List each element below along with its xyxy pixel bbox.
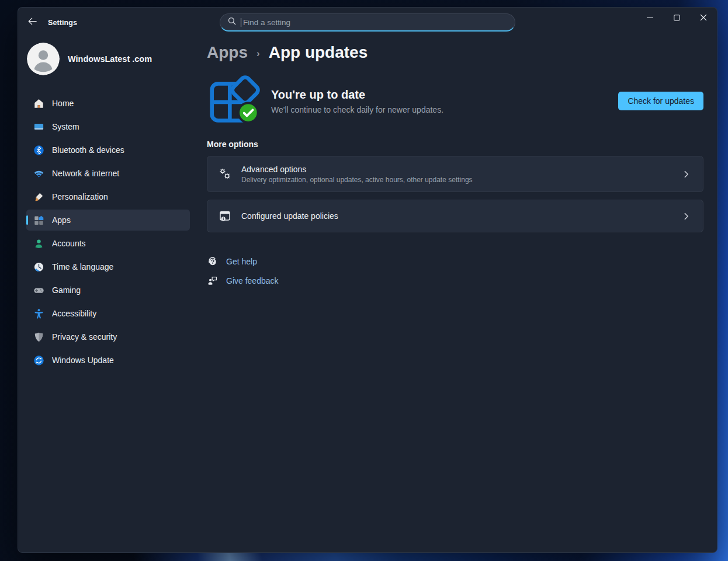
update-status-text: You're up to date We'll continue to chec… bbox=[271, 88, 443, 114]
apps-icon bbox=[33, 215, 44, 226]
sidebar-item-network-internet[interactable]: Network & internet bbox=[26, 163, 190, 184]
personalization-brush-icon bbox=[33, 191, 44, 203]
sidebar-item-bluetooth-devices[interactable]: Bluetooth & devices bbox=[26, 140, 190, 161]
page-title: App updates bbox=[269, 43, 368, 62]
get-help-link[interactable]: Get help bbox=[206, 255, 279, 267]
system-icon bbox=[33, 121, 44, 133]
network-wifi-icon bbox=[33, 168, 44, 179]
settings-cards: Advanced options Delivery optimization, … bbox=[207, 156, 703, 240]
sidebar-item-label: Time & language bbox=[52, 262, 113, 271]
account-header: WindowsLatest .com bbox=[27, 43, 152, 75]
policy-window-icon bbox=[218, 209, 232, 223]
sidebar-item-label: Privacy & security bbox=[52, 332, 117, 342]
search-placeholder: Find a setting bbox=[243, 18, 290, 27]
selected-indicator bbox=[26, 215, 28, 225]
gears-icon bbox=[218, 167, 232, 181]
chevron-right-icon bbox=[682, 212, 690, 220]
footer-links: Get help Give feedback bbox=[206, 255, 279, 294]
sidebar-item-home[interactable]: Home bbox=[26, 93, 190, 114]
sidebar-item-personalization[interactable]: Personalization bbox=[26, 186, 190, 207]
sidebar-item-windows-update[interactable]: Windows Update bbox=[26, 350, 190, 371]
sidebar-item-apps[interactable]: Apps bbox=[26, 210, 190, 231]
chevron-right-icon bbox=[682, 170, 690, 178]
sidebar-item-label: System bbox=[52, 122, 79, 131]
text-caret bbox=[241, 18, 241, 27]
sidebar-item-time-language[interactable]: Time & language bbox=[26, 256, 190, 277]
card-title: Advanced options bbox=[241, 165, 473, 174]
bluetooth-icon bbox=[33, 145, 44, 156]
sidebar-nav: Home System Bluetooth & devices Network … bbox=[26, 93, 190, 373]
card-text: Advanced options Delivery optimization, … bbox=[241, 165, 473, 184]
feedback-person-icon bbox=[206, 274, 219, 287]
card-title: Configured update policies bbox=[241, 211, 338, 221]
breadcrumb: Apps › App updates bbox=[207, 43, 368, 62]
maximize-button[interactable] bbox=[663, 8, 690, 28]
search-icon bbox=[227, 16, 237, 28]
help-headset-icon bbox=[206, 255, 219, 267]
check-for-updates-button[interactable]: Check for updates bbox=[618, 92, 703, 110]
close-button[interactable] bbox=[690, 8, 717, 28]
app-title: Settings bbox=[48, 8, 77, 38]
maximize-icon bbox=[674, 13, 680, 23]
sidebar-item-label: Home bbox=[52, 99, 74, 108]
windows-update-icon bbox=[33, 355, 44, 366]
sidebar-item-label: Accessibility bbox=[52, 309, 96, 318]
sidebar-item-label: Apps bbox=[52, 215, 71, 225]
window-controls bbox=[636, 8, 717, 28]
sidebar-item-gaming[interactable]: Gaming bbox=[26, 280, 190, 301]
sidebar-item-privacy-security[interactable]: Privacy & security bbox=[26, 326, 190, 347]
accounts-person-icon bbox=[33, 238, 44, 249]
avatar bbox=[27, 43, 60, 75]
account-name: WindowsLatest .com bbox=[68, 54, 152, 64]
settings-window: Settings Find a setting WindowsLatest .c… bbox=[18, 7, 717, 553]
sidebar-item-label: Accounts bbox=[52, 239, 86, 248]
update-status-banner: You're up to date We'll continue to chec… bbox=[207, 75, 703, 127]
back-button[interactable] bbox=[23, 14, 41, 30]
search-input[interactable]: Find a setting bbox=[220, 13, 515, 32]
link-label: Give feedback bbox=[226, 276, 279, 285]
sidebar-item-label: Network & internet bbox=[52, 169, 119, 178]
home-icon bbox=[33, 98, 44, 109]
close-icon bbox=[700, 13, 707, 23]
link-label: Get help bbox=[226, 257, 257, 266]
sidebar-item-label: Gaming bbox=[52, 285, 81, 295]
update-status-title: You're up to date bbox=[271, 88, 443, 102]
more-options-heading: More options bbox=[207, 140, 258, 149]
configured-update-policies-card[interactable]: Configured update policies bbox=[207, 200, 703, 232]
clock-icon bbox=[33, 262, 44, 273]
give-feedback-link[interactable]: Give feedback bbox=[206, 274, 279, 287]
minimize-icon bbox=[647, 13, 653, 23]
app-updates-status-icon bbox=[207, 75, 261, 127]
card-text: Configured update policies bbox=[241, 211, 338, 221]
shield-icon bbox=[33, 332, 44, 343]
card-subtitle: Delivery optimization, optional updates,… bbox=[241, 176, 473, 184]
sidebar-item-label: Bluetooth & devices bbox=[52, 145, 124, 155]
sidebar-item-system[interactable]: System bbox=[26, 116, 190, 137]
accessibility-person-icon bbox=[33, 308, 44, 319]
sidebar-item-label: Personalization bbox=[52, 192, 108, 201]
minimize-button[interactable] bbox=[636, 8, 663, 28]
sidebar-item-label: Windows Update bbox=[52, 356, 114, 365]
breadcrumb-parent[interactable]: Apps bbox=[207, 43, 248, 62]
desktop: { "titlebar": { "app_title": "Settings" … bbox=[0, 0, 728, 561]
sidebar-item-accounts[interactable]: Accounts bbox=[26, 233, 190, 254]
advanced-options-card[interactable]: Advanced options Delivery optimization, … bbox=[207, 156, 703, 192]
breadcrumb-chevron-icon: › bbox=[256, 46, 260, 60]
gamepad-icon bbox=[33, 285, 44, 296]
wallpaper-light-streaks bbox=[134, 552, 590, 561]
update-status-subtitle: We'll continue to check daily for newer … bbox=[271, 105, 443, 114]
sidebar-item-accessibility[interactable]: Accessibility bbox=[26, 303, 190, 324]
back-arrow-icon bbox=[27, 17, 37, 28]
